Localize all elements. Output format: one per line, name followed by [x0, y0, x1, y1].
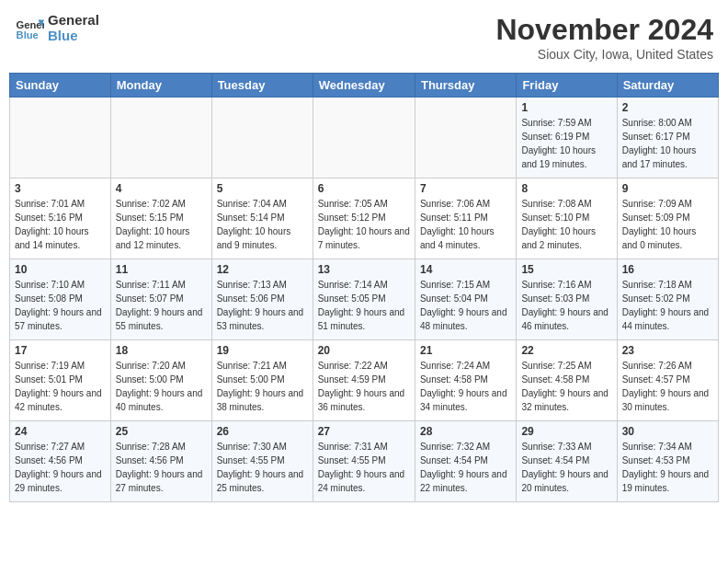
header-wednesday: Wednesday — [313, 74, 415, 98]
calendar-cell: 27Sunrise: 7:31 AMSunset: 4:55 PMDayligh… — [313, 421, 415, 502]
logo-icon: General Blue — [15, 14, 44, 43]
calendar-cell — [211, 98, 313, 178]
day-number: 25 — [116, 425, 207, 438]
calendar-cell: 6Sunrise: 7:05 AMSunset: 5:12 PMDaylight… — [313, 178, 415, 259]
day-number: 3 — [15, 182, 106, 195]
header-thursday: Thursday — [415, 74, 516, 98]
calendar-cell: 24Sunrise: 7:27 AMSunset: 4:56 PMDayligh… — [10, 421, 111, 502]
header-monday: Monday — [110, 74, 211, 98]
day-info: Sunrise: 7:32 AMSunset: 4:54 PMDaylight:… — [420, 440, 511, 495]
day-number: 17 — [15, 344, 106, 357]
header-friday: Friday — [517, 74, 617, 98]
day-number: 2 — [622, 101, 713, 114]
day-info: Sunrise: 7:04 AMSunset: 5:14 PMDaylight:… — [217, 197, 308, 252]
day-number: 6 — [318, 182, 410, 195]
calendar-cell: 8Sunrise: 7:08 AMSunset: 5:10 PMDaylight… — [517, 178, 617, 259]
calendar-cell: 21Sunrise: 7:24 AMSunset: 4:58 PMDayligh… — [415, 340, 516, 421]
calendar-cell: 18Sunrise: 7:20 AMSunset: 5:00 PMDayligh… — [110, 340, 211, 421]
day-number: 1 — [521, 101, 611, 114]
day-number: 4 — [116, 182, 207, 195]
day-number: 21 — [420, 344, 511, 357]
day-info: Sunrise: 7:30 AMSunset: 4:55 PMDaylight:… — [217, 440, 308, 495]
day-info: Sunrise: 7:34 AMSunset: 4:53 PMDaylight:… — [622, 440, 713, 495]
calendar-cell: 25Sunrise: 7:28 AMSunset: 4:56 PMDayligh… — [110, 421, 211, 502]
day-number: 8 — [521, 182, 611, 195]
calendar-cell: 15Sunrise: 7:16 AMSunset: 5:03 PMDayligh… — [517, 259, 617, 340]
svg-text:Blue: Blue — [17, 29, 39, 40]
day-info: Sunrise: 7:01 AMSunset: 5:16 PMDaylight:… — [15, 197, 106, 252]
day-number: 27 — [318, 425, 410, 438]
day-info: Sunrise: 7:16 AMSunset: 5:03 PMDaylight:… — [521, 278, 611, 333]
day-info: Sunrise: 7:05 AMSunset: 5:12 PMDaylight:… — [318, 197, 410, 252]
day-info: Sunrise: 7:08 AMSunset: 5:10 PMDaylight:… — [521, 197, 611, 252]
calendar-cell: 17Sunrise: 7:19 AMSunset: 5:01 PMDayligh… — [10, 340, 111, 421]
day-info: Sunrise: 7:24 AMSunset: 4:58 PMDaylight:… — [420, 359, 511, 414]
header-sunday: Sunday — [10, 74, 111, 98]
day-number: 26 — [217, 425, 308, 438]
day-number: 23 — [622, 344, 713, 357]
logo-general: General — [48, 13, 99, 29]
week-row-4: 17Sunrise: 7:19 AMSunset: 5:01 PMDayligh… — [10, 340, 719, 421]
calendar-cell: 16Sunrise: 7:18 AMSunset: 5:02 PMDayligh… — [617, 259, 718, 340]
day-number: 20 — [318, 344, 410, 357]
month-title: November 2024 — [495, 13, 713, 47]
header-saturday: Saturday — [617, 74, 718, 98]
day-info: Sunrise: 7:20 AMSunset: 5:00 PMDaylight:… — [116, 359, 207, 414]
calendar-cell: 19Sunrise: 7:21 AMSunset: 5:00 PMDayligh… — [211, 340, 313, 421]
calendar-cell: 11Sunrise: 7:11 AMSunset: 5:07 PMDayligh… — [110, 259, 211, 340]
logo: General Blue General Blue — [15, 13, 99, 43]
day-info: Sunrise: 7:09 AMSunset: 5:09 PMDaylight:… — [622, 197, 713, 252]
day-info: Sunrise: 7:19 AMSunset: 5:01 PMDaylight:… — [15, 359, 106, 414]
calendar-cell: 26Sunrise: 7:30 AMSunset: 4:55 PMDayligh… — [211, 421, 313, 502]
day-number: 10 — [15, 263, 106, 276]
calendar-cell: 22Sunrise: 7:25 AMSunset: 4:58 PMDayligh… — [517, 340, 617, 421]
day-number: 30 — [622, 425, 713, 438]
day-info: Sunrise: 7:26 AMSunset: 4:57 PMDaylight:… — [622, 359, 713, 414]
calendar-cell — [415, 98, 516, 178]
day-info: Sunrise: 7:31 AMSunset: 4:55 PMDaylight:… — [318, 440, 410, 495]
calendar-table: SundayMondayTuesdayWednesdayThursdayFrid… — [9, 73, 719, 502]
day-info: Sunrise: 7:11 AMSunset: 5:07 PMDaylight:… — [116, 278, 207, 333]
day-info: Sunrise: 7:22 AMSunset: 4:59 PMDaylight:… — [318, 359, 410, 414]
day-info: Sunrise: 7:21 AMSunset: 5:00 PMDaylight:… — [217, 359, 308, 414]
week-row-3: 10Sunrise: 7:10 AMSunset: 5:08 PMDayligh… — [10, 259, 719, 340]
calendar-cell: 14Sunrise: 7:15 AMSunset: 5:04 PMDayligh… — [415, 259, 516, 340]
calendar-cell: 30Sunrise: 7:34 AMSunset: 4:53 PMDayligh… — [617, 421, 718, 502]
day-info: Sunrise: 7:28 AMSunset: 4:56 PMDaylight:… — [116, 440, 207, 495]
calendar-cell — [10, 98, 111, 178]
page-header: General Blue General Blue November 2024 … — [9, 9, 719, 65]
day-number: 9 — [622, 182, 713, 195]
calendar-cell — [110, 98, 211, 178]
day-number: 19 — [217, 344, 308, 357]
calendar-cell: 29Sunrise: 7:33 AMSunset: 4:54 PMDayligh… — [517, 421, 617, 502]
day-info: Sunrise: 7:06 AMSunset: 5:11 PMDaylight:… — [420, 197, 511, 252]
day-info: Sunrise: 7:10 AMSunset: 5:08 PMDaylight:… — [15, 278, 106, 333]
week-row-5: 24Sunrise: 7:27 AMSunset: 4:56 PMDayligh… — [10, 421, 719, 502]
day-number: 14 — [420, 263, 511, 276]
calendar-cell: 1Sunrise: 7:59 AMSunset: 6:19 PMDaylight… — [517, 98, 617, 178]
calendar-body: 1Sunrise: 7:59 AMSunset: 6:19 PMDaylight… — [10, 98, 719, 502]
calendar-cell: 4Sunrise: 7:02 AMSunset: 5:15 PMDaylight… — [110, 178, 211, 259]
day-info: Sunrise: 7:14 AMSunset: 5:05 PMDaylight:… — [318, 278, 410, 333]
week-row-1: 1Sunrise: 7:59 AMSunset: 6:19 PMDaylight… — [10, 98, 719, 178]
day-number: 13 — [318, 263, 410, 276]
calendar-cell: 10Sunrise: 7:10 AMSunset: 5:08 PMDayligh… — [10, 259, 111, 340]
logo-blue: Blue — [48, 29, 99, 44]
location-subtitle: Sioux City, Iowa, United States — [495, 47, 713, 62]
day-number: 29 — [521, 425, 611, 438]
day-info: Sunrise: 7:18 AMSunset: 5:02 PMDaylight:… — [622, 278, 713, 333]
day-number: 22 — [521, 344, 611, 357]
week-row-2: 3Sunrise: 7:01 AMSunset: 5:16 PMDaylight… — [10, 178, 719, 259]
day-info: Sunrise: 7:33 AMSunset: 4:54 PMDaylight:… — [521, 440, 611, 495]
calendar-cell — [313, 98, 415, 178]
calendar-cell: 28Sunrise: 7:32 AMSunset: 4:54 PMDayligh… — [415, 421, 516, 502]
day-info: Sunrise: 7:15 AMSunset: 5:04 PMDaylight:… — [420, 278, 511, 333]
day-info: Sunrise: 7:59 AMSunset: 6:19 PMDaylight:… — [521, 116, 611, 171]
calendar-cell: 9Sunrise: 7:09 AMSunset: 5:09 PMDaylight… — [617, 178, 718, 259]
header-row: SundayMondayTuesdayWednesdayThursdayFrid… — [10, 74, 719, 98]
day-info: Sunrise: 8:00 AMSunset: 6:17 PMDaylight:… — [622, 116, 713, 171]
day-info: Sunrise: 7:25 AMSunset: 4:58 PMDaylight:… — [521, 359, 611, 414]
calendar-cell: 13Sunrise: 7:14 AMSunset: 5:05 PMDayligh… — [313, 259, 415, 340]
day-number: 15 — [521, 263, 611, 276]
day-info: Sunrise: 7:13 AMSunset: 5:06 PMDaylight:… — [217, 278, 308, 333]
